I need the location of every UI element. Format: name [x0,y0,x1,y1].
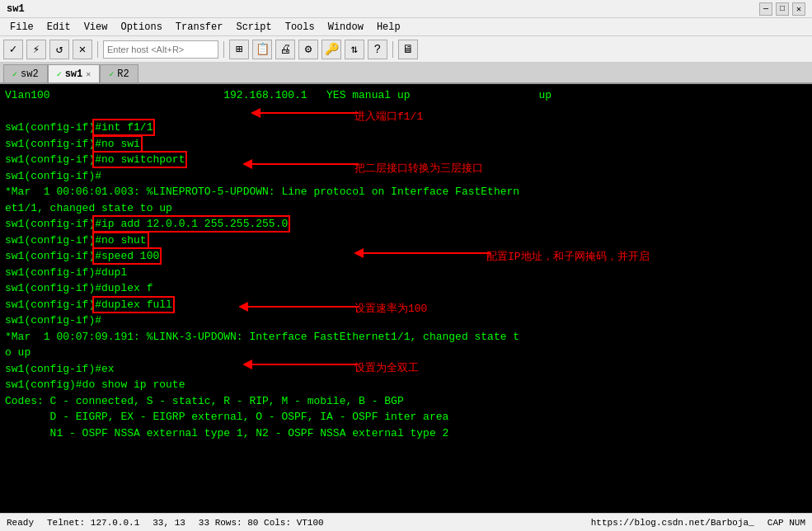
menu-help[interactable]: Help [370,20,407,35]
menu-file[interactable]: File [3,20,40,35]
settings-button[interactable]: ⚙ [298,40,318,59]
term-line-noshut: sw1(config-if)#no shut [5,233,807,249]
term-line-blank1 [5,104,807,120]
term-line-ipadd: sw1(config-if)#ip add 12.0.0.1 255.255.2… [5,216,807,233]
menu-view[interactable]: View [77,20,115,35]
term-line-prompt1: sw1(config-if)# [5,168,807,185]
tab-bar: ✓ sw2 ✓ sw1 ✕ ✓ R2 [0,63,812,84]
status-telnet: Telnet: 127.0.0.1 [47,518,139,528]
tab-status-sw1: ✓ [57,69,62,79]
term-line-1: Vlan100 192.168.100.1 YES manual up up [5,87,807,104]
key-manager-button[interactable]: 🔑 [322,40,341,59]
reconnect-button[interactable]: ↺ [49,40,69,59]
term-line-duplexfull: sw1(config-if)#duplex full [5,297,807,313]
term-line-codes3: N1 - OSPF NSSA external type 1, N2 - OSP… [5,425,807,442]
print-button[interactable]: 🖨 [275,40,295,59]
term-line-show: sw1(config)#do show ip route [5,377,807,393]
sftp-button[interactable]: ⇅ [345,40,364,59]
tab-sw1[interactable]: ✓ sw1 ✕ [48,64,101,82]
menu-transfer[interactable]: Transfer [169,20,230,35]
term-line-noswi: sw1(config-if)#no swi [5,136,807,153]
new-session-button[interactable]: 📋 [252,40,272,59]
terminal[interactable]: Vlan100 192.168.100.1 YES manual up up s… [0,84,812,513]
status-bar: Ready Telnet: 127.0.0.1 33, 13 33 Rows: … [0,513,812,531]
menu-window[interactable]: Window [322,20,370,35]
terminal-content: Vlan100 192.168.100.1 YES manual up up s… [5,87,807,441]
toolbar: ✓ ⚡ ↺ ✕ ⊞ 📋 🖨 ⚙ 🔑 ⇅ ? 🖥 [0,36,812,63]
window-title: sw1 [7,3,25,15]
close-button[interactable]: ✕ [792,2,805,16]
menu-script[interactable]: Script [229,20,278,35]
term-line-link2: o up [5,345,807,361]
term-line-speed: sw1(config-if)#speed 100 [5,248,807,265]
host-input[interactable] [103,40,218,59]
menu-options[interactable]: Options [114,20,168,35]
term-line-prompt2: sw1(config-if)# [5,312,807,329]
term-line-int: sw1(config-if)#int f1/1 [5,120,807,136]
term-line-duplexf: sw1(config-if)#duplex f [5,280,807,297]
term-line-lineproto: *Mar 1 00:06:01.003: %LINEPROTO-5-UPDOWN… [5,184,807,200]
status-pos: 33, 13 [153,518,185,528]
status-ready: Ready [7,518,34,528]
term-line-noswitchport: sw1(config-if)#no switchport [5,152,807,168]
server-button[interactable]: 🖥 [398,40,418,59]
window-controls[interactable]: — □ ✕ [759,2,805,16]
status-url: https://blog.csdn.net/Barboja_ [591,518,754,528]
term-line-dupl: sw1(config-if)#dupl [5,265,807,281]
separator2 [223,41,224,58]
title-bar: sw1 — □ ✕ [0,0,812,18]
tab-r2[interactable]: ✓ R2 [100,64,138,82]
term-line-link: *Mar 1 00:07:09.191: %LINK-3-UPDOWN: Int… [5,329,807,345]
minimize-button[interactable]: — [759,2,772,16]
status-caps: CAP NUM [767,518,805,528]
tab-close-sw1[interactable]: ✕ [86,69,91,79]
term-line-codes2: D - EIGRP, EX - EIGRP external, O - OSPF… [5,409,807,425]
tab-status-sw2: ✓ [12,69,17,79]
menu-edit[interactable]: Edit [40,20,77,35]
lightning-button[interactable]: ⚡ [26,40,46,59]
tab-label-r2: R2 [117,68,129,80]
term-line-codes: Codes: C - connected, S - static, R - RI… [5,393,807,410]
status-right: https://blog.csdn.net/Barboja_ CAP NUM [591,518,805,528]
help-button[interactable]: ? [368,40,387,59]
status-dims: 33 Rows: 80 Cols: VT100 [199,518,324,528]
tab-sw2[interactable]: ✓ sw2 [3,64,48,82]
tab-status-r2: ✓ [109,69,114,79]
stop-button[interactable]: ✕ [73,40,92,59]
tab-label-sw1: sw1 [65,68,83,80]
separator [97,41,98,58]
connect-button[interactable]: ✓ [3,40,23,59]
sessions-button[interactable]: ⊞ [229,40,249,59]
tab-label-sw2: sw2 [21,68,39,80]
separator3 [392,41,393,58]
menu-bar: File Edit View Options Transfer Script T… [0,18,812,36]
term-line-ex: sw1(config-if)#ex [5,361,807,378]
menu-tools[interactable]: Tools [279,20,322,35]
term-line-lineproto2: et1/1, changed state to up [5,200,807,217]
status-left: Ready Telnet: 127.0.0.1 33, 13 33 Rows: … [7,518,324,528]
maximize-button[interactable]: □ [776,2,789,16]
